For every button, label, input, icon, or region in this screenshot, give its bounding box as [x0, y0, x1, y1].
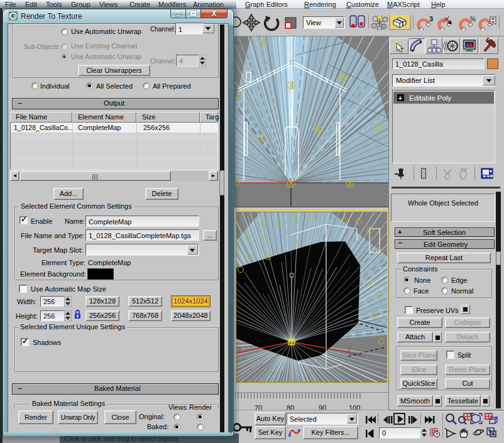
svg-text:3: 3 — [429, 15, 433, 23]
svg-text:x: x — [238, 346, 241, 353]
svg-text:y: y — [348, 345, 351, 352]
svg-text:%: % — [470, 16, 476, 23]
